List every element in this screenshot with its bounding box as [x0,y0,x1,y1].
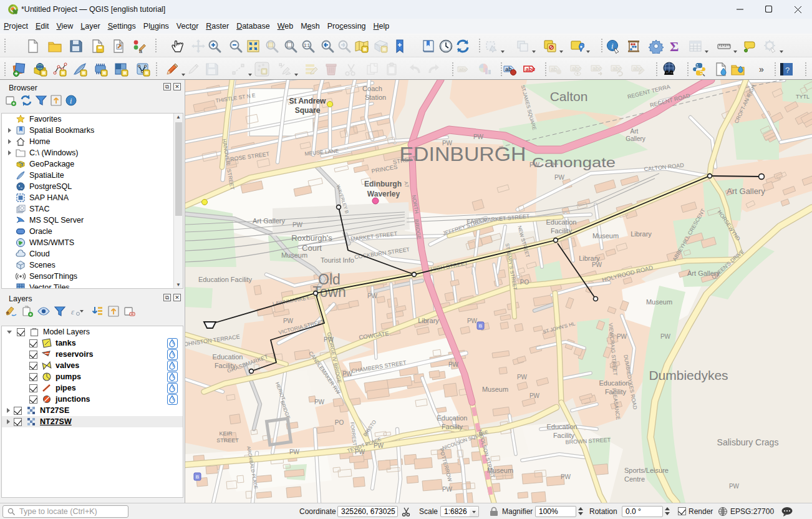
svg-text:Facility: Facility [442,423,463,430]
svg-text:abc: abc [459,67,467,72]
svg-text:Tourist Info: Tourist Info [321,256,354,264]
svg-text:Edinburgh: Edinburgh [364,180,402,188]
svg-text:Education: Education [546,218,577,226]
svg-text:a: a [139,48,142,54]
svg-text:abc: abc [526,66,536,72]
svg-text:PO: PO [335,419,344,426]
svg-text:Roxburgh's: Roxburgh's [291,233,332,243]
svg-text:i: i [611,41,614,51]
svg-text:PW: PW [442,140,453,147]
svg-text:Museum: Museum [592,232,619,240]
svg-text:Σ: Σ [670,39,679,54]
svg-text:Museum: Museum [482,386,508,393]
svg-text:Salisbury Crags: Salisbury Crags [717,437,779,447]
svg-text:PW: PW [324,336,334,343]
svg-text:ab: ab [551,66,557,72]
svg-text:ε: ε [71,307,75,316]
svg-text:St Andrew: St Andrew [289,97,327,105]
svg-text:PW: PW [283,318,294,324]
svg-text:PW: PW [342,371,353,377]
svg-text:Sports/Leisure: Sports/Leisure [624,467,669,474]
svg-text:Education: Education [547,423,578,430]
svg-text:Square: Square [295,106,321,115]
svg-text:Museum: Museum [281,251,307,259]
svg-text:KEIR: KEIR [219,430,233,437]
svg-text:Art Gallery: Art Gallery [727,187,765,196]
svg-text:Coach: Coach [362,85,382,92]
svg-text:PW: PW [617,333,627,340]
svg-text:PW: PW [561,473,571,480]
svg-text:PW: PW [660,333,671,340]
svg-text:PW: PW [448,361,459,368]
svg-text:PW: PW [517,374,528,381]
svg-text:1:1: 1:1 [304,43,310,47]
svg-text:Museum: Museum [646,298,672,306]
svg-text:Education: Education [599,379,630,387]
svg-text:Centre: Centre [624,475,645,483]
svg-text:B: B [479,323,482,329]
svg-text:PW: PW [467,318,478,324]
svg-text:Gallery: Gallery [626,135,645,142]
svg-text:Art: Art [631,128,639,135]
svg-text:TYTL: TYTL [796,94,810,100]
svg-text:Station: Station [365,94,386,101]
svg-text:PW: PW [442,486,453,493]
svg-text:PW: PW [554,174,565,181]
svg-text:Waverley: Waverley [367,190,400,198]
svg-text:EDINBURGH: EDINBURGH [400,143,526,165]
svg-text:PW: PW [314,399,325,405]
svg-text:Library: Library [418,317,439,324]
svg-text:i: i [70,97,72,105]
svg-text:Education: Education [437,414,468,422]
svg-text:B: B [196,474,199,480]
svg-text:Education: Education [213,353,243,361]
svg-text:Library: Library [631,230,652,238]
svg-text:Calton: Calton [550,89,588,104]
svg-text:abc: abc [592,65,602,72]
svg-text:STREET: STREET [216,437,239,444]
svg-text:PO: PO [520,279,529,286]
svg-text:abc: abc [612,65,622,72]
svg-text:PW: PW [289,449,300,455]
svg-text:Canongate: Canongate [532,155,616,170]
svg-text:PW: PW [529,392,540,399]
svg-text:PW: PW [473,133,484,140]
svg-text:PW: PW [729,483,740,490]
svg-text:abc: abc [572,65,581,72]
svg-text:Facility: Facility [553,432,575,439]
svg-text:Dumbiedykes: Dumbiedykes [649,368,728,382]
svg-text:PW: PW [529,162,540,168]
svg-text:PW: PW [367,293,378,299]
svg-text:Facility: Facility [551,227,573,235]
svg-text:PW: PW [292,221,303,228]
svg-text:Art Gallery: Art Gallery [253,217,285,225]
svg-text:Education Facility: Education Facility [198,276,253,283]
svg-text:?: ? [785,65,790,75]
svg-text:PW: PW [592,261,602,268]
svg-text:»: » [759,64,764,74]
